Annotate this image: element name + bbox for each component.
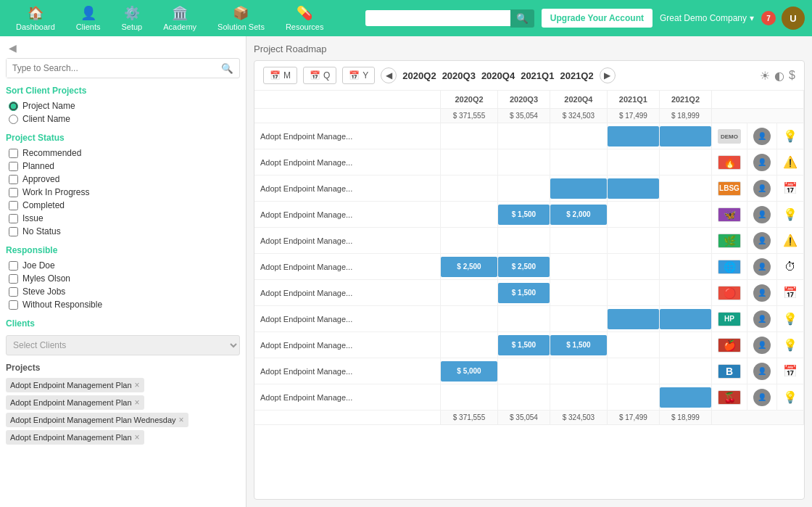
row6-bar-2020q3[interactable]: $ 2,500: [498, 257, 550, 277]
row1-bar-2021q1[interactable]: [608, 126, 659, 147]
responsible-steve[interactable]: Steve Jobs: [6, 285, 240, 298]
solution-sets-icon: 📦: [233, 5, 249, 21]
status-no-status-checkbox[interactable]: [9, 227, 18, 236]
sort-client-name[interactable]: Client Name: [6, 112, 240, 125]
row8-q2020q3: [497, 306, 550, 332]
project-tag-1-remove[interactable]: ×: [135, 380, 140, 390]
row8-q2020q2: [441, 306, 498, 332]
status-no-status[interactable]: No Status: [6, 225, 240, 238]
row10-action[interactable]: 📅: [777, 358, 804, 384]
project-tag-4-remove[interactable]: ×: [135, 432, 140, 442]
sort-project-name[interactable]: Project Name: [6, 99, 240, 112]
sun-icon[interactable]: ☀: [760, 69, 770, 83]
row8-q2021q1: [607, 306, 659, 332]
gantt-wrapper: 2020Q2 2020Q3 2020Q4 2021Q1 2021Q2 $ 371…: [254, 91, 804, 499]
notification-badge[interactable]: 7: [761, 11, 776, 25]
responsible-steve-checkbox[interactable]: [9, 287, 18, 297]
responsible-without-checkbox[interactable]: [9, 300, 18, 310]
status-wip-checkbox[interactable]: [9, 188, 18, 197]
search-button[interactable]: 🔍: [510, 9, 534, 28]
status-completed[interactable]: Completed: [6, 199, 240, 212]
row1-bar-2021q2[interactable]: [660, 126, 711, 147]
row3-person: 👤: [747, 176, 777, 202]
row4-bar-2020q4[interactable]: $ 2,000: [550, 205, 607, 225]
row10-bar-2020q2[interactable]: $ 5,000: [441, 361, 497, 382]
responsible-myles-checkbox[interactable]: [9, 274, 18, 284]
row11-action[interactable]: 💡: [777, 384, 804, 411]
row10-name: Adopt Endpoint Manage...: [254, 358, 441, 384]
status-recommended-label: Recommended: [22, 148, 81, 158]
row7-action[interactable]: 📅: [777, 280, 804, 306]
row3-action[interactable]: 📅: [777, 176, 804, 202]
company-selector[interactable]: Great Demo Company ▾: [660, 13, 754, 23]
status-approved-checkbox[interactable]: [9, 175, 18, 184]
row8-action[interactable]: 💡: [777, 306, 804, 332]
responsible-myles[interactable]: Myles Olson: [6, 272, 240, 285]
row4-person: 👤: [747, 202, 777, 228]
row5-action[interactable]: ⚠️: [777, 228, 804, 254]
project-tag-2-remove[interactable]: ×: [135, 397, 140, 408]
row7-q2021q2: [659, 280, 711, 306]
prev-period-btn[interactable]: ◀: [381, 67, 397, 83]
row6-company-logo: 🌐: [712, 254, 747, 280]
row6-bar-2020q2[interactable]: $ 2,500: [441, 257, 497, 277]
status-approved[interactable]: Approved: [6, 173, 240, 186]
sort-client-name-radio[interactable]: [9, 115, 18, 124]
sort-project-name-radio[interactable]: [9, 102, 18, 111]
row6-q2020q2: $ 2,500: [441, 254, 498, 280]
sidebar-search-input[interactable]: [7, 59, 215, 78]
view-quarter-btn[interactable]: 📅 Q: [303, 67, 336, 84]
responsible-steve-label: Steve Jobs: [22, 287, 65, 297]
upgrade-button[interactable]: Upgrade Your Account: [542, 9, 652, 28]
status-issue-checkbox[interactable]: [9, 214, 18, 223]
half-moon-icon[interactable]: ◐: [774, 69, 784, 83]
view-year-btn[interactable]: 📅 Y: [342, 67, 375, 84]
nav-academy[interactable]: 🏛️ Academy: [154, 1, 205, 35]
responsible-joe-checkbox[interactable]: [9, 261, 18, 271]
status-planned-checkbox[interactable]: [9, 162, 18, 171]
sidebar-search-button[interactable]: 🔍: [215, 60, 239, 77]
nav-dashboard[interactable]: 🏠 Dashboard: [7, 1, 64, 35]
search-input[interactable]: [365, 10, 510, 26]
responsible-without[interactable]: Without Responsible: [6, 298, 240, 311]
next-period-btn[interactable]: ▶: [600, 67, 616, 83]
row8-bar-2021q2[interactable]: [660, 309, 711, 329]
row9-bar-2020q3[interactable]: $ 1,500: [498, 335, 550, 355]
status-issue[interactable]: Issue: [6, 212, 240, 225]
responsible-joe[interactable]: Joe Doe: [6, 259, 240, 272]
avatar[interactable]: U: [782, 7, 805, 30]
row11-q2020q3: [497, 384, 550, 411]
row9-action[interactable]: 💡: [777, 332, 804, 358]
row7-bar-2020q3[interactable]: $ 1,500: [498, 283, 550, 303]
table-row: Adopt Endpoint Manage... 🍒 👤 💡: [254, 384, 804, 411]
nav-clients[interactable]: 👤 Clients: [67, 1, 109, 35]
status-recommended[interactable]: Recommended: [6, 147, 240, 160]
status-planned[interactable]: Planned: [6, 160, 240, 173]
row6-action[interactable]: ⏱: [777, 254, 804, 280]
row8-q2020q4: [550, 306, 607, 332]
row4-action[interactable]: 💡: [777, 202, 804, 228]
row11-bar-2021q2[interactable]: [660, 387, 711, 408]
row3-bar-2021q1[interactable]: [608, 178, 659, 199]
sidebar-toggle[interactable]: ◀: [6, 39, 20, 57]
row3-bar-2020q4[interactable]: [550, 178, 607, 199]
project-tag-3-remove[interactable]: ×: [179, 415, 184, 425]
roadmap-container: 📅 M 📅 Q 📅 Y ◀ 2020Q2 2020Q3 2020Q4 2021Q…: [254, 60, 805, 500]
nav-setup[interactable]: ⚙️ Setup: [112, 1, 151, 35]
view-month-btn[interactable]: 📅 M: [263, 67, 297, 84]
nav-resources[interactable]: 💊 Resources: [277, 1, 333, 35]
row9-bar-2020q4[interactable]: $ 1,500: [550, 335, 607, 355]
row4-bar-2020q3[interactable]: $ 1,500: [498, 205, 550, 225]
row2-q2020q3: [497, 149, 550, 176]
dollar-icon[interactable]: $: [789, 69, 795, 82]
row10-q2020q3: [497, 358, 550, 384]
row9-q2021q1: [607, 332, 659, 358]
status-recommended-checkbox[interactable]: [9, 149, 18, 158]
row1-action[interactable]: 💡: [777, 123, 804, 149]
row8-bar-2021q1[interactable]: [608, 309, 659, 329]
clients-select[interactable]: Select Clients: [6, 335, 240, 355]
status-wip[interactable]: Work In Progress: [6, 186, 240, 199]
row2-action[interactable]: ⚠️: [777, 149, 804, 176]
nav-solution-sets[interactable]: 📦 Solution Sets: [209, 1, 273, 35]
status-completed-checkbox[interactable]: [9, 201, 18, 210]
